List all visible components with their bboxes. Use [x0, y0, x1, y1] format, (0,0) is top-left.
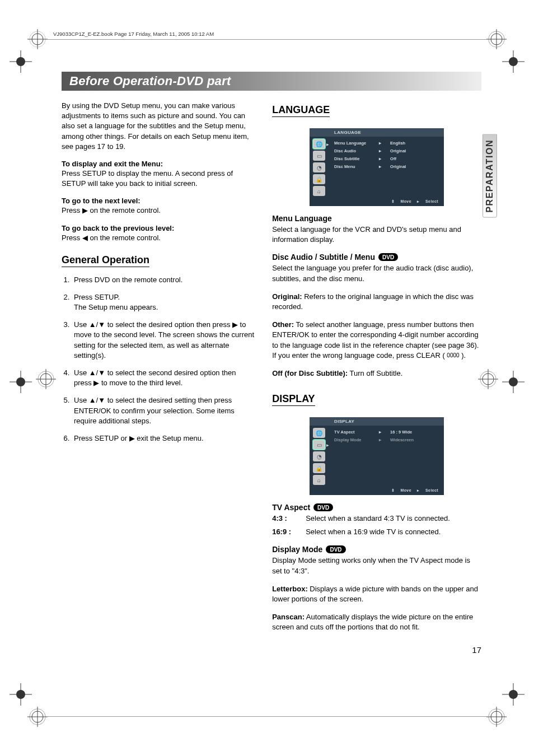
- display-mode-heading: Display Mode DVD: [272, 545, 481, 554]
- globe-icon: 🌐: [313, 428, 325, 438]
- page-number: 17: [472, 645, 481, 655]
- off-para: Off (for Disc Subtitle): Turn off Subtit…: [272, 368, 481, 379]
- aspect-169-row: 16:9 : Select when a 16:9 wide TV is con…: [272, 527, 481, 537]
- lock-icon: 🔒: [313, 174, 325, 184]
- crop-mark-icon: [34, 367, 58, 391]
- letterbox-para: Letterbox: Displays a wide picture with …: [272, 584, 481, 604]
- osd-row-value: Widescreen: [390, 436, 414, 444]
- panscan-para: Panscan: Automatically displays the wide…: [272, 612, 481, 632]
- step-item: Press SETUP or ▶ exit the Setup menu.: [72, 433, 255, 444]
- dvd-badge: DVD: [313, 503, 333, 511]
- other-icon: ⌂: [313, 475, 325, 485]
- display-icon: ▭: [313, 151, 325, 161]
- register-icon: [501, 682, 526, 707]
- register-icon: [501, 49, 526, 74]
- page-content: Before Operation-DVD part PREPARATION By…: [62, 72, 481, 641]
- osd-row-label: Display Mode: [334, 436, 379, 444]
- other-icon: ⌂: [313, 186, 325, 196]
- osd-footer: ⇕ Move ▸ Select: [310, 198, 444, 204]
- aspect-43-row: 4:3 : Select when a standard 4:3 TV is c…: [272, 514, 481, 524]
- disc-asm-body: Select the language you prefer for the a…: [272, 263, 481, 283]
- osd-row-label: Disc Subtitle: [334, 155, 379, 163]
- intro-text: By using the DVD Setup menu, you can mak…: [62, 101, 255, 152]
- next-level-body: Press ▶ on the remote control.: [62, 206, 255, 216]
- crop-mark-icon: [484, 704, 509, 729]
- language-heading: LANGUAGE: [272, 104, 330, 117]
- osd-row-label: TV Aspect: [334, 428, 379, 436]
- register-icon: [8, 49, 33, 74]
- prev-level-body: Press ◀ on the remote control.: [62, 233, 255, 243]
- step-item: Press DVD on the remote control.: [72, 275, 255, 285]
- dvd-badge: DVD: [326, 545, 345, 553]
- display-icon: ▭▶: [313, 440, 325, 450]
- register-icon: [501, 370, 526, 394]
- audio-icon: ◔: [313, 451, 325, 461]
- osd-row-value: 16 : 9 Wide: [390, 428, 412, 436]
- globe-icon: 🌐▶: [313, 139, 325, 149]
- osd-row-value: English: [390, 139, 405, 147]
- right-column: LANGUAGE LANGUAGE 🌐▶ ▭ ◔ 🔒 ⌂ Menu Langua…: [272, 101, 481, 641]
- osd-row-value: Original: [390, 163, 406, 171]
- register-icon: [8, 682, 33, 707]
- crop-mark-icon: [25, 704, 50, 729]
- osd-row-label: Disc Menu: [334, 163, 379, 171]
- menu-language-body: Select a language for the VCR and DVD's …: [272, 225, 481, 245]
- osd-language-screenshot: LANGUAGE 🌐▶ ▭ ◔ 🔒 ⌂ Menu Language▸Englis…: [310, 128, 444, 206]
- left-column: By using the DVD Setup menu, you can mak…: [62, 101, 255, 641]
- tv-aspect-heading: TV Aspect DVD: [272, 503, 481, 512]
- osd-display-screenshot: DISPLAY 🌐 ▭▶ ◔ 🔒 ⌂ TV Aspect▸16 : 9 Wide…: [310, 417, 444, 495]
- next-level-heading: To go to the next level:: [62, 197, 255, 205]
- crop-mark-icon: [25, 27, 50, 52]
- step-item: Use ▲/▼ to select the desired setting th…: [72, 395, 255, 426]
- page-title: Before Operation-DVD part: [62, 72, 481, 91]
- display-exit-heading: To display and exit the Menu:: [62, 160, 255, 168]
- osd-title: LANGUAGE: [310, 128, 444, 137]
- dvd-badge: DVD: [378, 253, 398, 261]
- disc-asm-heading: Disc Audio / Subtitle / Menu DVD: [272, 253, 481, 262]
- side-tab: PREPARATION: [483, 134, 497, 218]
- audio-icon: ◔: [313, 162, 325, 172]
- lock-icon: 🔒: [313, 463, 325, 473]
- print-header-text: VJ9033CP1Z_E-EZ.book Page 17 Friday, Mar…: [53, 31, 214, 37]
- display-mode-body: Display Mode setting works only when the…: [272, 556, 481, 576]
- step-item: Press SETUP. The Setup menu appears.: [72, 292, 255, 312]
- other-para: Other: To select another language, press…: [272, 320, 481, 361]
- original-para: Original: Refers to the original languag…: [272, 292, 481, 312]
- step-item: Use ▲/▼ to select the desired option the…: [72, 320, 255, 361]
- trim-line: [48, 39, 490, 40]
- osd-row-value: Off: [390, 155, 396, 163]
- display-heading: DISPLAY: [272, 393, 315, 406]
- osd-row-value: Original: [390, 147, 406, 155]
- osd-row-label: Disc Audio: [334, 147, 379, 155]
- osd-footer: ⇕ Move ▸ Select: [310, 487, 444, 493]
- register-icon: [8, 370, 33, 394]
- display-exit-body: Press SETUP to display the menu. A secon…: [62, 169, 255, 189]
- osd-row-label: Menu Language: [334, 139, 379, 147]
- general-operation-heading: General Operation: [62, 254, 149, 267]
- osd-title: DISPLAY: [310, 417, 444, 426]
- prev-level-heading: To go back to the previous level:: [62, 224, 255, 232]
- trim-line: [48, 716, 490, 717]
- steps-list: Press DVD on the remote control. Press S…: [62, 275, 255, 444]
- menu-language-heading: Menu Language: [272, 214, 481, 223]
- step-item: Use ▲/▼ to select the second desired opt…: [72, 368, 255, 388]
